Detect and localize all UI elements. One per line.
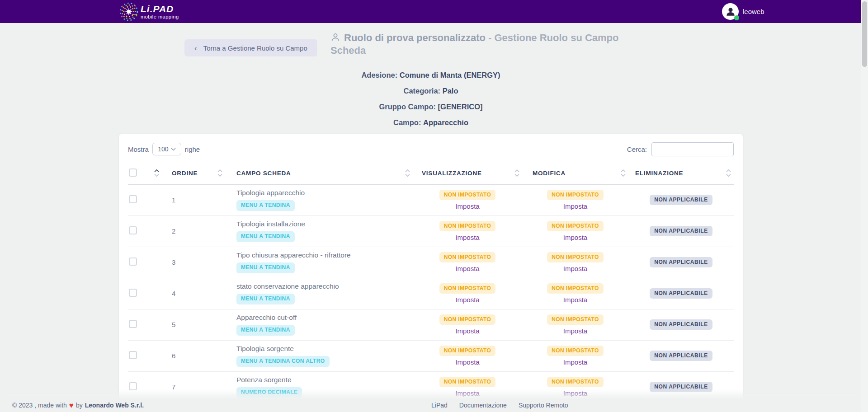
row-campo-name: Potenza sorgente	[236, 376, 413, 384]
column-header-modifica[interactable]: MODIFICA	[522, 162, 628, 184]
column-header-eliminazione[interactable]: ELIMINAZIONE	[628, 162, 734, 184]
logo-title: Li.PAD	[141, 4, 179, 14]
table-card: Mostra 100 righe Cerca:	[119, 134, 743, 412]
vertical-scrollbar[interactable]	[861, 0, 868, 412]
info-line-campo: Campo: Apparecchio	[119, 115, 743, 131]
row-checkbox[interactable]	[129, 320, 137, 328]
sort-arrows-icon[interactable]	[217, 169, 222, 177]
row-ordine: 5	[162, 309, 225, 340]
row-checkbox[interactable]	[129, 289, 137, 297]
company-name: Leonardo Web S.r.l.	[85, 402, 144, 409]
row-checkbox[interactable]	[129, 226, 137, 234]
imposta-modifica-link[interactable]: Imposta	[522, 327, 628, 335]
visualizzazione-status-badge: NON IMPOSTATO	[439, 283, 496, 294]
visualizzazione-status-badge: NON IMPOSTATO	[439, 377, 496, 387]
row-campo-name: Tipologia sorgente	[236, 345, 413, 353]
top-bar: Li.PAD mobile mapping leoweb	[0, 0, 868, 23]
back-button[interactable]: ‹ Torna a Gestione Ruolo su Campo	[184, 39, 317, 56]
table-row: 7 Potenza sorgente NUMERO DECIMALE NON I…	[128, 371, 734, 403]
online-status-dot	[734, 15, 739, 20]
modifica-status-badge: NON IMPOSTATO	[547, 190, 604, 200]
imposta-modifica-link[interactable]: Imposta	[522, 202, 628, 210]
info-line-categoria: Categoria: Palo	[119, 83, 743, 99]
row-ordine: 1	[162, 184, 225, 215]
row-checkbox[interactable]	[129, 258, 137, 266]
sort-arrows-icon[interactable]	[154, 169, 159, 177]
footer-link-lipad[interactable]: LiPad	[431, 402, 448, 409]
imposta-modifica-link[interactable]: Imposta	[522, 296, 628, 304]
footer: © 2023 , made with ♥ by Leonardo Web S.r…	[0, 398, 868, 412]
field-type-badge: MENU A TENDINA	[236, 231, 295, 242]
footer-links: LiPad Documentazione Supporto Remoto	[431, 402, 568, 409]
info-line-adesione: Adesione: Comune di Manta (ENERGY)	[119, 67, 743, 83]
imposta-visualizzazione-link[interactable]: Imposta	[413, 265, 522, 272]
row-campo-name: stato conservazione apparecchio	[236, 282, 413, 290]
field-type-badge: MENU A TENDINA	[236, 262, 295, 273]
imposta-visualizzazione-link[interactable]: Imposta	[413, 202, 522, 210]
sort-arrows-icon[interactable]	[405, 169, 410, 177]
title-main: Ruolo di prova personalizzato	[344, 32, 486, 43]
visualizzazione-status-badge: NON IMPOSTATO	[439, 314, 496, 325]
imposta-visualizzazione-link[interactable]: Imposta	[413, 234, 522, 241]
eliminazione-status-badge: NON APPLICABILE	[650, 195, 712, 205]
imposta-visualizzazione-link[interactable]: Imposta	[413, 358, 522, 366]
chevron-down-icon	[171, 148, 176, 151]
modifica-status-badge: NON IMPOSTATO	[547, 283, 604, 294]
field-type-badge: MENU A TENDINA CON ALTRO	[236, 356, 330, 366]
scrollbar-thumb[interactable]	[862, 1, 867, 67]
user-name: leoweb	[743, 8, 764, 15]
column-header-ordine[interactable]: ORDINE	[162, 162, 225, 184]
table-body: 1 Tipologia apparecchio MENU A TENDINA N…	[128, 184, 734, 403]
select-all-header[interactable]	[128, 162, 162, 184]
search-label: Cerca:	[627, 145, 647, 153]
table-controls: Mostra 100 righe Cerca:	[128, 142, 734, 156]
sort-arrows-icon[interactable]	[514, 169, 519, 177]
search-control: Cerca:	[627, 142, 734, 156]
sort-arrows-icon[interactable]	[726, 169, 731, 177]
eliminazione-status-badge: NON APPLICABILE	[650, 382, 712, 392]
row-campo-name: Apparecchio cut-off	[236, 314, 413, 322]
page-length-control: Mostra 100 righe	[128, 143, 200, 155]
visualizzazione-status-badge: NON IMPOSTATO	[439, 252, 496, 262]
eliminazione-status-badge: NON APPLICABILE	[650, 226, 712, 236]
eliminazione-status-badge: NON APPLICABILE	[650, 351, 712, 361]
imposta-visualizzazione-link[interactable]: Imposta	[413, 296, 522, 304]
row-ordine: 3	[162, 247, 225, 278]
imposta-visualizzazione-link[interactable]: Imposta	[413, 327, 522, 335]
row-ordine: 2	[162, 215, 225, 247]
imposta-modifica-link[interactable]: Imposta	[522, 234, 628, 241]
imposta-visualizzazione-link[interactable]: Imposta	[413, 389, 522, 397]
footer-link-documentazione[interactable]: Documentazione	[459, 402, 507, 409]
table-row: 2 Tipologia installazione MENU A TENDINA…	[128, 215, 734, 247]
row-campo-name: Tipo chiusura apparecchio - rifrattore	[236, 251, 413, 259]
modifica-status-badge: NON IMPOSTATO	[547, 221, 604, 231]
info-line-gruppo-campo: Gruppo Campo: [GENERICO]	[119, 99, 743, 115]
sort-arrows-icon[interactable]	[621, 169, 626, 177]
field-type-badge: NUMERO DECIMALE	[236, 387, 302, 398]
imposta-modifica-link[interactable]: Imposta	[522, 265, 628, 272]
column-header-campo-scheda[interactable]: CAMPO SCHEDA	[225, 162, 413, 184]
footer-link-supporto-remoto[interactable]: Supporto Remoto	[519, 402, 568, 409]
row-checkbox[interactable]	[129, 382, 137, 390]
row-checkbox[interactable]	[129, 351, 137, 359]
field-type-badge: MENU A TENDINA	[236, 200, 295, 211]
imposta-modifica-link[interactable]: Imposta	[522, 389, 628, 397]
modifica-status-badge: NON IMPOSTATO	[547, 252, 604, 262]
eliminazione-status-badge: NON APPLICABILE	[650, 257, 712, 267]
page-length-select[interactable]: 100	[152, 143, 181, 155]
length-label-after: righe	[185, 145, 200, 153]
imposta-modifica-link[interactable]: Imposta	[522, 358, 628, 366]
modifica-status-badge: NON IMPOSTATO	[547, 346, 604, 356]
row-ordine: 6	[162, 340, 225, 371]
visualizzazione-status-badge: NON IMPOSTATO	[439, 346, 496, 356]
select-all-checkbox[interactable]	[129, 169, 137, 177]
copyright: © 2023 , made with ♥ by Leonardo Web S.r…	[12, 402, 144, 409]
table-row: 4 stato conservazione apparecchio MENU A…	[128, 278, 734, 309]
logo-subtitle: mobile mapping	[141, 14, 179, 19]
search-input[interactable]	[651, 142, 734, 156]
column-header-visualizzazione[interactable]: VISUALIZZAZIONE	[413, 162, 522, 184]
page-title: Ruolo di prova personalizzato - Gestione…	[330, 32, 624, 57]
row-checkbox[interactable]	[129, 195, 137, 203]
user-menu[interactable]: leoweb	[722, 3, 764, 20]
app-logo[interactable]: Li.PAD mobile mapping	[119, 2, 179, 22]
